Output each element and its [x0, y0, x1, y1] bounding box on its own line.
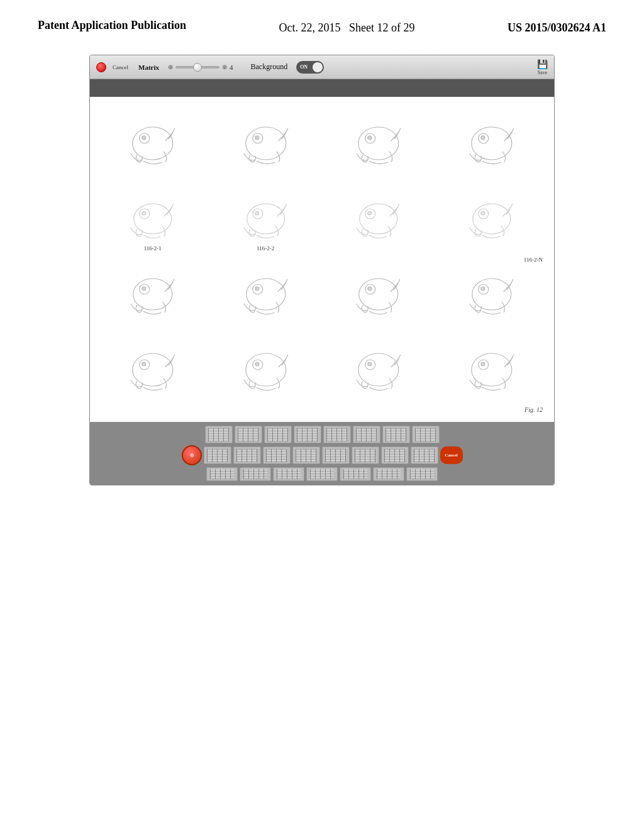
thumb-15[interactable]: [381, 446, 409, 464]
sheet-info: Sheet 12 of 29: [349, 21, 414, 34]
cancel-label[interactable]: Cancel: [113, 64, 128, 70]
svg-point-21: [472, 204, 510, 234]
slider-track[interactable]: [175, 66, 219, 69]
whale-cell-1-2[interactable]: [209, 103, 323, 179]
publication-date: Oct. 22, 2015: [279, 21, 341, 34]
slider-icon: ⊕: [168, 64, 173, 70]
whale-cell-3-4[interactable]: 116-2-N: [435, 254, 548, 329]
fig-caption: Fig. 12: [96, 405, 548, 416]
toggle-button[interactable]: ON: [296, 61, 324, 74]
save-label[interactable]: Save: [538, 70, 548, 75]
thumb-11[interactable]: [263, 446, 291, 464]
whale-cell-2-3[interactable]: [322, 179, 435, 254]
thumb-3[interactable]: [264, 426, 292, 443]
slider-value: 4: [230, 64, 233, 71]
thumb-row-1: [92, 426, 552, 443]
thumb-wide-3[interactable]: [273, 467, 304, 481]
thumb-5[interactable]: [323, 426, 351, 443]
thumb-wide-6[interactable]: [373, 467, 404, 481]
svg-point-47: [480, 362, 484, 366]
whale-image-4-3: [327, 343, 430, 400]
svg-point-11: [480, 136, 484, 140]
whale-grid: 116-2-1: [96, 103, 548, 405]
thumb-row-3: [92, 467, 552, 481]
toggle-on-label: ON: [300, 64, 308, 70]
background-label: Background: [250, 62, 287, 72]
svg-point-42: [358, 353, 399, 386]
whale-image-1-2: [214, 117, 318, 174]
toolbar: Cancel Matrix ⊕ ⊕ 4 Background ON 💾 Save: [90, 55, 554, 79]
whale-image-2-2: [214, 192, 318, 249]
svg-point-41: [255, 362, 258, 366]
main-content: Cancel Matrix ⊕ ⊕ 4 Background ON 💾 Save: [0, 42, 644, 485]
whale-cell-4-2[interactable]: [209, 329, 323, 405]
svg-point-2: [142, 136, 146, 140]
close-button[interactable]: [96, 62, 106, 72]
matrix-label: Matrix: [138, 64, 159, 71]
toggle-knob: [313, 62, 323, 72]
whale-image-1-1: [101, 117, 204, 174]
whale-cell-3-2[interactable]: [209, 254, 323, 329]
whale-cell-1-3[interactable]: [322, 103, 435, 179]
thumb-wide-1[interactable]: [206, 467, 238, 481]
svg-point-30: [359, 279, 398, 310]
thumb-4[interactable]: [294, 426, 321, 443]
thumb-wide-5[interactable]: [340, 467, 371, 481]
cell-label-2-1: 116-2-1: [144, 245, 162, 252]
svg-point-27: [246, 279, 285, 310]
svg-point-23: [480, 211, 484, 215]
whale-cell-3-3[interactable]: [322, 254, 435, 329]
whale-cell-4-3[interactable]: [322, 329, 435, 405]
whale-image-2-4: [440, 192, 543, 249]
thumb-8[interactable]: [412, 426, 440, 443]
svg-point-12: [134, 204, 172, 234]
thumb-13[interactable]: [322, 446, 350, 464]
whale-image-3-4: [440, 268, 543, 324]
whale-cell-4-1[interactable]: [96, 329, 209, 405]
separator-bar: [90, 79, 554, 97]
thumb-16[interactable]: [411, 446, 438, 464]
svg-point-8: [368, 136, 372, 140]
whale-cell-2-2[interactable]: 116-2-2: [209, 179, 323, 254]
thumb-12[interactable]: [292, 446, 320, 464]
svg-point-26: [142, 287, 146, 290]
svg-point-32: [368, 287, 372, 290]
thumb-circle[interactable]: ◎: [182, 445, 202, 465]
whale-image-3-3: [327, 268, 430, 324]
whale-cell-2-4[interactable]: [435, 179, 548, 254]
whale-cell-1-1[interactable]: [96, 103, 209, 179]
thumb-1[interactable]: [205, 426, 233, 443]
whale-cell-1-4[interactable]: [435, 103, 548, 179]
publication-date-sheet: Oct. 22, 2015 Sheet 12 of 29: [279, 18, 415, 36]
thumb-circle-label: ◎: [190, 453, 194, 458]
svg-point-18: [360, 204, 397, 234]
thumb-wide-7[interactable]: [406, 467, 438, 481]
svg-point-44: [368, 362, 372, 366]
whale-cell-3-1[interactable]: [96, 254, 209, 329]
thumb-2[interactable]: [235, 426, 262, 443]
svg-point-36: [133, 353, 173, 386]
svg-point-9: [471, 127, 511, 160]
whale-cell-4-4[interactable]: [435, 329, 548, 405]
thumb-6[interactable]: [353, 426, 380, 443]
whale-cell-2-1[interactable]: 116-2-1: [96, 179, 209, 254]
thumb-action-label: Cancel: [445, 453, 458, 458]
svg-point-33: [472, 279, 511, 310]
whale-image-3-1: [101, 268, 204, 324]
patent-number: US 2015/0302624 A1: [508, 18, 606, 36]
thumb-wide-2[interactable]: [240, 467, 271, 481]
svg-point-24: [133, 279, 172, 310]
svg-point-38: [142, 362, 146, 366]
slider-thumb[interactable]: [193, 63, 202, 72]
thumb-9[interactable]: [204, 446, 231, 464]
svg-point-14: [142, 211, 146, 215]
svg-point-17: [255, 211, 258, 215]
thumb-action-btn[interactable]: Cancel: [440, 446, 463, 464]
thumb-14[interactable]: [352, 446, 379, 464]
whale-image-2-3: [327, 192, 430, 249]
thumb-7[interactable]: [382, 426, 410, 443]
thumb-wide-4[interactable]: [306, 467, 338, 481]
thumb-row-2: ◎ Cancel: [92, 445, 552, 465]
thumb-10[interactable]: [233, 446, 261, 464]
svg-point-45: [471, 353, 511, 386]
